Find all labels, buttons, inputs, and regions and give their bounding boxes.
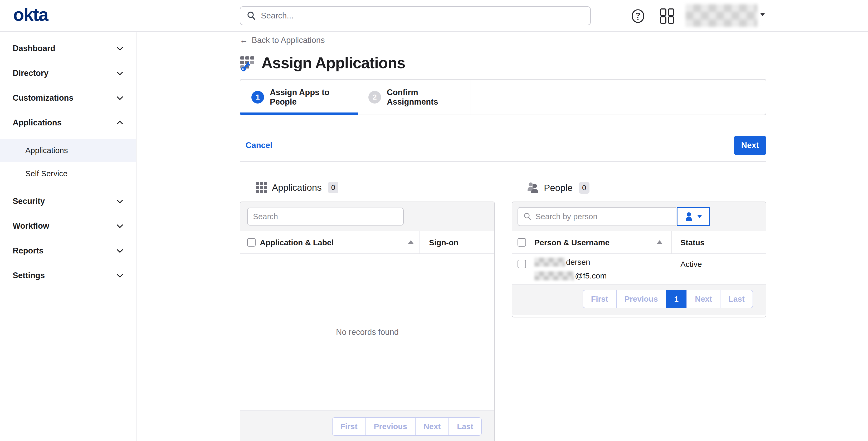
person-row-checkbox[interactable] [518,260,526,268]
active-tab-underline [240,113,358,115]
people-search-input[interactable] [535,212,670,221]
redacted-name-blur [534,258,565,266]
person-name-visible: dersen [566,258,590,266]
page-title: Assign Applications [261,54,405,72]
sidebar-item-label: Directory [13,68,49,78]
pagination-last-button[interactable]: Last [720,290,753,308]
people-footer: First Previous 1 Next Last [512,284,766,315]
step-2-badge: 2 [368,91,381,103]
sidebar-item-customizations[interactable]: Customizations [0,86,136,111]
select-all-applications-checkbox[interactable] [247,238,256,247]
okta-logo[interactable]: okta [13,4,48,25]
person-status: Active [680,260,702,269]
page-title-row: Assign Applications [239,54,405,72]
column-status: Status [680,238,705,247]
next-button[interactable]: Next [734,136,766,155]
people-pagination: First Previous 1 Next Last [583,290,753,308]
applications-search-field[interactable] [247,208,404,225]
chevron-down-icon [116,44,124,53]
chevron-down-icon [116,94,124,102]
applications-panel-title: Applications 0 [256,182,338,194]
people-search-field[interactable] [518,207,676,226]
column-person-username[interactable]: Person & Username [534,238,610,247]
caret-down-icon [697,215,702,218]
people-panel-label: People [544,183,572,193]
sort-asc-icon[interactable] [657,240,662,244]
global-search[interactable] [240,6,591,25]
chevron-down-icon [116,222,124,230]
help-icon[interactable]: ? [630,8,646,24]
applications-panel-label: Applications [272,182,322,193]
user-menu-caret-icon[interactable] [760,13,765,16]
applications-count-badge: 0 [328,182,339,193]
pagination-next-button[interactable]: Next [686,290,720,308]
sidebar-item-security[interactable]: Security [0,189,136,214]
cancel-link[interactable]: Cancel [246,141,273,150]
global-search-input[interactable] [261,11,584,21]
people-panel-title: People 0 [526,182,589,194]
chevron-down-icon [116,197,124,206]
people-count-badge: 0 [579,182,589,194]
person-row[interactable]: dersen @f5.com Active [512,254,766,284]
person-filter-dropdown[interactable] [677,207,710,226]
tab-assign-apps-to-people[interactable]: 1 Assign Apps to People [240,80,357,115]
empty-message: No records found [336,327,399,337]
sidebar-item-label: Settings [13,271,45,280]
sidebar-item-dashboard[interactable]: Dashboard [0,36,136,61]
pagination-next-button[interactable]: Next [415,417,449,436]
applications-panel: Application & Label Sign-on No records f… [240,201,495,441]
wizard-steps: 1 Assign Apps to People 2 Confirm Assign… [240,79,766,115]
applications-grid-icon [256,182,268,194]
search-icon [247,11,256,21]
sidebar-item-settings[interactable]: Settings [0,263,136,288]
sidebar-item-self-service[interactable]: Self Service [0,162,136,185]
sidebar-subitem-label: Self Service [25,169,67,178]
applications-search-input[interactable] [253,212,398,221]
chevron-down-icon [116,69,124,78]
pagination-first-button[interactable]: First [583,290,617,308]
people-icon [526,182,540,194]
search-icon [523,212,532,221]
user-account-blurred[interactable] [686,4,757,27]
sidebar-item-label: Security [13,196,45,206]
person-icon [685,212,693,221]
actions-row: Cancel Next [240,136,766,155]
step-1-badge: 1 [251,91,264,103]
person-username: @f5.com [534,271,607,280]
back-arrow-icon: ← [240,36,248,45]
pagination-last-button[interactable]: Last [448,417,482,436]
step-2-label: Confirm Assignments [387,88,471,107]
sidebar-item-label: Workflow [13,221,49,231]
tab-confirm-assignments[interactable]: 2 Confirm Assignments [357,80,471,115]
sidebar-nav: Dashboard Directory Customizations Appli… [0,32,136,441]
sidebar-subitem-label: Applications [25,146,68,155]
sidebar-item-directory[interactable]: Directory [0,61,136,86]
person-name: dersen [534,258,590,266]
pagination-previous-button[interactable]: Previous [616,290,666,308]
column-sign-on: Sign-on [429,238,459,247]
sidebar-item-applications[interactable]: Applications [0,111,136,135]
sidebar-item-reports[interactable]: Reports [0,239,136,263]
people-table-header: Person & Username Status [512,231,766,254]
sort-asc-icon[interactable] [408,240,414,244]
assign-applications-icon [239,54,257,72]
column-application-label[interactable]: Application & Label [260,238,334,247]
top-bar: okta ? [0,0,868,32]
apps-grid-icon[interactable] [659,8,675,24]
sidebar-item-applications-sub[interactable]: Applications [0,139,136,162]
back-link-label: Back to Applications [252,36,324,45]
applications-search-bar [240,202,494,231]
chevron-down-icon [116,271,124,280]
back-to-applications-link[interactable]: ← Back to Applications [240,36,324,45]
sidebar-item-workflow[interactable]: Workflow [0,214,136,239]
svg-text:?: ? [636,11,640,20]
column-divider [420,231,420,253]
pagination-first-button[interactable]: First [332,417,366,436]
people-panel: Person & Username Status dersen @f5.com … [512,201,766,317]
pagination-previous-button[interactable]: Previous [366,417,416,436]
select-all-people-checkbox[interactable] [518,238,526,247]
pagination-page-1-button[interactable]: 1 [666,290,687,308]
chevron-up-icon [116,118,124,127]
redacted-username-blur [534,271,574,280]
applications-pagination: First Previous Next Last [332,417,482,436]
